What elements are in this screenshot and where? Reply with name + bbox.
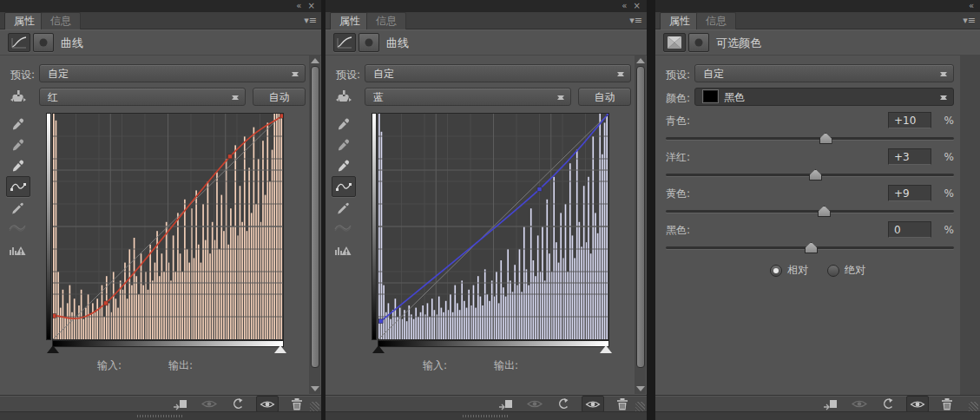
panel-menu-icon[interactable]: ▾≡ [629, 15, 642, 26]
clip-to-layer-icon[interactable] [820, 397, 841, 412]
color-dropdown[interactable]: 黑色 [694, 88, 954, 106]
white-input-slider[interactable] [274, 345, 286, 353]
magenta-slider-track[interactable] [666, 174, 954, 176]
scroll-down-icon[interactable] [311, 386, 319, 391]
black-point-eyedropper-icon[interactable] [332, 115, 354, 134]
auto-button[interactable]: 自动 [578, 88, 631, 106]
panel-toolbar [326, 395, 647, 412]
pencil-tool-icon[interactable] [6, 198, 29, 217]
bottom-scroll-strip[interactable] [326, 411, 647, 420]
reset-icon[interactable] [553, 397, 574, 412]
collapse-close-buttons[interactable]: « × [622, 1, 642, 11]
relative-radio[interactable]: 相对 [770, 263, 808, 278]
yellow-slider-thumb[interactable] [818, 206, 831, 217]
view-previous-state-icon[interactable] [199, 397, 220, 412]
layer-mask-icon[interactable] [33, 33, 54, 52]
white-input-slider[interactable] [600, 345, 612, 353]
panel-menu-icon[interactable]: ▾≡ [304, 15, 317, 26]
scrollbar-thumb[interactable] [311, 66, 319, 368]
clip-to-layer-icon[interactable] [496, 397, 516, 412]
vertical-scrollbar[interactable] [309, 56, 320, 394]
close-icon[interactable]: × [308, 1, 317, 10]
clip-to-layer-icon[interactable] [170, 397, 191, 412]
pencil-tool-icon[interactable] [332, 198, 354, 217]
panel-menu-icon[interactable]: ▾≡ [963, 15, 976, 26]
collapse-icon[interactable]: « [296, 1, 303, 10]
visibility-eye-icon[interactable] [906, 396, 929, 412]
view-previous-state-icon[interactable] [849, 397, 870, 412]
visibility-eye-icon[interactable] [256, 396, 279, 412]
collapse-icon[interactable]: « [969, 1, 976, 10]
targeted-adjustment-icon[interactable] [7, 87, 30, 106]
black-slider-track[interactable] [666, 246, 954, 249]
scroll-down-icon[interactable] [636, 386, 645, 391]
black-input-slider[interactable] [47, 345, 59, 353]
targeted-adjustment-icon[interactable] [332, 87, 355, 106]
gray-point-eyedropper-icon[interactable] [332, 135, 354, 154]
scrollbar-thumb[interactable] [636, 66, 645, 368]
collapse-close-buttons[interactable]: « × [296, 1, 317, 11]
black-input-slider[interactable] [372, 345, 385, 353]
magenta-slider-thumb[interactable] [809, 169, 822, 180]
black-slider-thumb[interactable] [805, 242, 818, 253]
scroll-up-icon[interactable] [311, 58, 319, 63]
edit-points-tool-icon[interactable] [332, 176, 356, 197]
delete-trash-icon[interactable] [612, 397, 633, 412]
channel-dropdown[interactable]: 红 [39, 88, 246, 106]
curve-grid[interactable] [52, 113, 284, 340]
curve-grid[interactable] [378, 113, 609, 340]
layer-mask-icon[interactable] [358, 33, 379, 52]
auto-button[interactable]: 自动 [253, 88, 306, 106]
smooth-curve-icon[interactable] [332, 218, 354, 237]
tab-properties[interactable]: 属性 [660, 12, 700, 30]
cyan-slider-track[interactable] [666, 137, 954, 140]
tab-properties[interactable]: 属性 [330, 12, 370, 30]
black-label: 黑色: [666, 223, 690, 238]
photoshop-panels: « × 属性 信息 ▾≡ 曲线 预设: 自定 红 自动 [0, 0, 980, 420]
preset-value: 自定 [703, 68, 724, 80]
edit-points-tool-icon[interactable] [6, 176, 30, 197]
black-point-eyedropper-icon[interactable] [6, 115, 29, 134]
resize-grip[interactable] [310, 402, 319, 411]
scroll-grip-dots[interactable] [137, 415, 184, 417]
absolute-radio[interactable]: 绝对 [827, 263, 865, 278]
bottom-scroll-strip[interactable] [0, 411, 321, 420]
view-previous-state-icon[interactable] [524, 397, 545, 412]
delete-trash-icon[interactable] [937, 397, 957, 412]
cyan-slider-thumb[interactable] [819, 133, 832, 144]
visibility-eye-icon[interactable] [582, 396, 604, 412]
tab-properties[interactable]: 属性 [4, 12, 44, 30]
scroll-up-icon[interactable] [636, 58, 645, 63]
gray-point-eyedropper-icon[interactable] [6, 135, 29, 154]
layer-mask-icon[interactable] [688, 33, 709, 52]
yellow-value-field[interactable]: +9 [888, 185, 931, 201]
preset-dropdown[interactable]: 自定 [694, 64, 954, 82]
delete-trash-icon[interactable] [286, 397, 307, 412]
adjustment-header: 曲线 [0, 30, 321, 56]
collapse-icon[interactable]: « [622, 1, 628, 10]
reset-icon[interactable] [878, 397, 898, 412]
tab-info[interactable]: 信息 [41, 12, 81, 30]
resize-grip[interactable] [635, 402, 645, 411]
magenta-value-field[interactable]: +3 [888, 148, 931, 165]
tab-info[interactable]: 信息 [696, 12, 736, 30]
yellow-slider-track[interactable] [666, 210, 954, 213]
black-value-field[interactable]: 0 [888, 221, 931, 238]
reset-icon[interactable] [227, 397, 248, 412]
smooth-curve-icon[interactable] [6, 218, 29, 237]
channel-value: 红 [48, 91, 58, 103]
white-point-eyedropper-icon[interactable] [6, 156, 29, 175]
channel-dropdown[interactable]: 蓝 [365, 88, 571, 106]
bottom-scroll-strip[interactable] [655, 411, 980, 420]
vertical-scrollbar[interactable] [635, 56, 646, 394]
scroll-grip-dots[interactable] [463, 415, 510, 417]
white-point-eyedropper-icon[interactable] [332, 156, 354, 175]
preset-dropdown[interactable]: 自定 [39, 64, 306, 82]
resize-grip[interactable] [969, 402, 978, 411]
collapse-close-buttons[interactable]: « [969, 1, 976, 11]
close-icon[interactable]: × [634, 1, 642, 10]
tab-info[interactable]: 信息 [366, 12, 406, 30]
preset-dropdown[interactable]: 自定 [365, 64, 631, 82]
dock-edge-strip [960, 29, 980, 395]
cyan-value-field[interactable]: +10 [888, 112, 931, 128]
